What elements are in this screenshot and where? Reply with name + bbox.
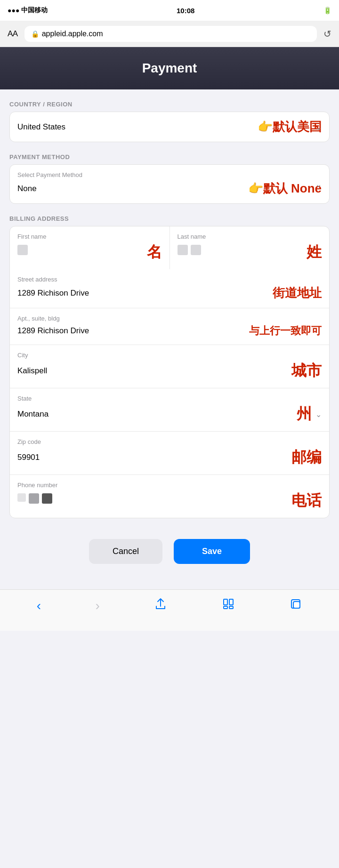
back-button[interactable]: ‹ — [37, 598, 41, 613]
carrier-label: 中国移动 — [21, 6, 48, 15]
state-dropdown-arrow[interactable]: ⌄ — [315, 410, 322, 419]
street-annotation: 街道地址 — [273, 285, 322, 301]
last-name-field[interactable]: Last name 姓 — [170, 226, 330, 269]
country-region-field[interactable]: United States 👉默认美国 ⌄ — [10, 112, 329, 142]
apt-label: Apt., suite, bldg — [17, 315, 322, 322]
payment-dropdown-arrow[interactable]: ⌄ — [315, 180, 322, 189]
city-field[interactable]: City Kalispell 城市 — [10, 345, 329, 388]
status-signal: ●●● 中国移动 — [8, 6, 48, 15]
share-button[interactable] — [154, 597, 167, 614]
phone-sq3 — [42, 493, 52, 504]
apt-annotation: 与上行一致即可 — [249, 324, 322, 338]
forward-button[interactable]: › — [96, 598, 100, 613]
action-buttons: Cancel Save — [9, 530, 330, 578]
phone-field[interactable]: Phone number 电话 — [10, 475, 329, 518]
phone-sq1 — [17, 493, 26, 502]
main-content: COUNTRY / REGION United States 👉默认美国 ⌄ P… — [0, 89, 339, 589]
refresh-button[interactable]: ↺ — [323, 28, 331, 40]
zip-annotation: 邮编 — [291, 447, 322, 468]
lock-icon: 🔒 — [31, 30, 39, 38]
street-value: 1289 Richison Drive — [17, 289, 89, 298]
payment-value: None — [17, 184, 37, 193]
last-name-sq1 — [178, 245, 188, 255]
state-field[interactable]: State Montana 州 ⌄ — [10, 388, 329, 432]
state-annotation: 州 — [297, 404, 312, 425]
bookmarks-button[interactable] — [222, 597, 235, 614]
last-name-annotation: 姓 — [307, 242, 322, 263]
svg-rect-3 — [229, 606, 233, 609]
phone-sq2 — [29, 493, 39, 504]
zip-field[interactable]: Zip code 59901 邮编 — [10, 432, 329, 475]
svg-rect-0 — [224, 599, 227, 605]
last-name-placeholder — [178, 245, 201, 255]
cancel-button[interactable]: Cancel — [89, 539, 162, 564]
last-name-sq2 — [191, 245, 201, 255]
city-annotation: 城市 — [291, 361, 322, 381]
first-name-field[interactable]: First name 名 — [10, 226, 170, 269]
billing-section-label: BILLING ADDRESS — [9, 215, 330, 222]
svg-rect-2 — [224, 606, 227, 609]
first-name-sq1 — [17, 245, 28, 255]
country-region-card: United States 👉默认美国 ⌄ — [9, 112, 330, 142]
last-name-label: Last name — [178, 233, 322, 240]
country-value: United States — [17, 122, 65, 132]
state-label: State — [17, 395, 322, 402]
page-header: Payment — [0, 47, 339, 89]
url-bar[interactable]: 🔒 appleid.apple.com — [24, 26, 317, 42]
url-text: appleid.apple.com — [42, 30, 103, 38]
apt-value: 1289 Richison Drive — [17, 326, 89, 336]
svg-rect-1 — [229, 599, 233, 605]
street-address-field[interactable]: Street address 1289 Richison Drive 街道地址 — [10, 269, 329, 308]
browser-bar: AA 🔒 appleid.apple.com ↺ — [0, 21, 339, 47]
tabs-button[interactable] — [289, 597, 302, 614]
payment-sublabel: Select Payment Method — [17, 171, 322, 178]
country-section-label: COUNTRY / REGION — [9, 101, 330, 108]
payment-method-card: Select Payment Method None 👉默认 None ⌄ — [9, 164, 330, 204]
first-name-label: First name — [17, 233, 162, 240]
country-dropdown-arrow[interactable]: ⌄ — [315, 122, 322, 131]
city-value: Kalispell — [17, 366, 47, 376]
payment-section-label: PAYMENT METHOD — [9, 153, 330, 161]
status-bar: ●●● 中国移动 10:08 🔋 — [0, 0, 339, 21]
apt-field[interactable]: Apt., suite, bldg 1289 Richison Drive 与上… — [10, 308, 329, 345]
bottom-nav: ‹ › — [0, 589, 339, 631]
status-time: 10:08 — [177, 7, 194, 15]
zip-label: Zip code — [17, 438, 322, 445]
first-name-placeholder — [17, 245, 28, 255]
name-row: First name 名 Last name 姓 — [10, 226, 329, 269]
country-annotation: 👉默认美国 — [258, 119, 322, 135]
phone-annotation: 电话 — [291, 490, 322, 511]
phone-placeholder — [17, 493, 52, 504]
font-size-button[interactable]: AA — [8, 29, 18, 39]
zip-value: 59901 — [17, 453, 40, 462]
payment-method-field[interactable]: Select Payment Method None 👉默认 None ⌄ — [10, 165, 329, 203]
payment-annotation: 👉默认 None — [248, 180, 322, 197]
battery-indicator: 🔋 — [323, 7, 331, 14]
phone-label: Phone number — [17, 482, 322, 489]
billing-address-card: First name 名 Last name 姓 — [9, 226, 330, 518]
page-title: Payment — [142, 61, 197, 76]
svg-rect-5 — [293, 602, 300, 608]
state-value: Montana — [17, 410, 48, 419]
street-label: Street address — [17, 276, 322, 283]
save-button[interactable]: Save — [174, 539, 250, 564]
first-name-annotation: 名 — [147, 242, 162, 263]
city-label: City — [17, 352, 322, 359]
